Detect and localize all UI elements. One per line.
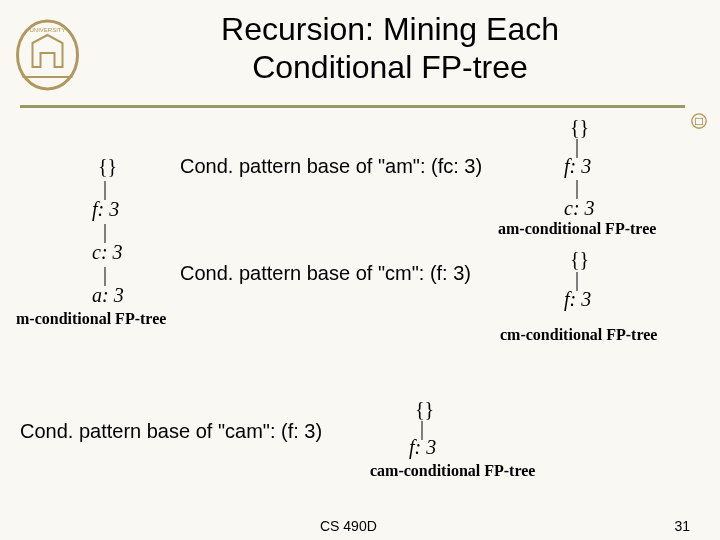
course-code: CS 490D: [320, 518, 377, 534]
tree-root-cam: {}: [415, 398, 434, 421]
tree-edge: |: [103, 263, 107, 286]
svg-rect-4: [695, 118, 702, 124]
tree-node-f3-m: f: 3: [92, 198, 119, 221]
caption-cam-tree: cam-conditional FP-tree: [370, 462, 535, 480]
tree-node-c3-am: c: 3: [564, 197, 595, 220]
page-number: 31: [674, 518, 690, 534]
tree-edge: |: [103, 177, 107, 200]
caption-am-tree: am-conditional FP-tree: [498, 220, 656, 238]
university-seal-logo: UNIVERSITY: [10, 15, 85, 105]
svg-point-3: [692, 114, 706, 128]
svg-text:UNIVERSITY: UNIVERSITY: [29, 27, 65, 33]
cond-base-cam: Cond. pattern base of "cam": (f: 3): [20, 420, 322, 443]
tree-node-c3-m: c: 3: [92, 241, 123, 264]
caption-m-tree: m-conditional FP-tree: [16, 310, 166, 328]
tree-edge: |: [575, 176, 579, 199]
tree-edge: |: [103, 220, 107, 243]
cond-base-cm: Cond. pattern base of "cm": (f: 3): [180, 262, 471, 285]
tree-node-f3-cam: f: 3: [409, 436, 436, 459]
tree-root-m: {}: [98, 155, 117, 178]
title-underline: [20, 105, 685, 108]
small-seal-icon: [690, 112, 708, 130]
tree-node-f3-am: f: 3: [564, 155, 591, 178]
cond-base-am: Cond. pattern base of "am": (fc: 3): [180, 155, 482, 178]
tree-node-f3-cm: f: 3: [564, 288, 591, 311]
tree-root-am: {}: [570, 116, 589, 139]
tree-node-a3-m: a: 3: [92, 284, 124, 307]
caption-cm-tree: cm-conditional FP-tree: [500, 326, 657, 344]
slide-title: Recursion: Mining Each Conditional FP-tr…: [140, 10, 640, 87]
tree-root-cm: {}: [570, 248, 589, 271]
